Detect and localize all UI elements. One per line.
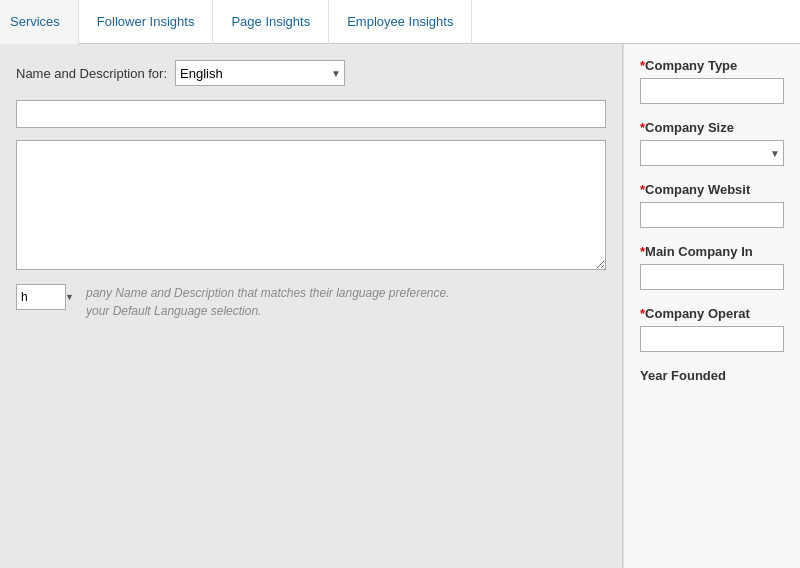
name-desc-label: Name and Description for:	[16, 66, 167, 81]
company-operating-group: *Company Operat	[640, 306, 784, 352]
company-website-input[interactable]	[640, 202, 784, 228]
language-select[interactable]: English French German Spanish Chinese	[175, 60, 345, 86]
main-content: Name and Description for: English French…	[0, 44, 800, 568]
company-website-group: *Company Websit	[640, 182, 784, 228]
company-operating-input[interactable]	[640, 326, 784, 352]
nav-item-employee-insights[interactable]: Employee Insights	[329, 0, 472, 44]
hint-line1: pany Name and Description that matches t…	[86, 284, 450, 302]
name-input[interactable]	[16, 100, 606, 128]
hint-line2: your Default Language selection.	[86, 302, 450, 320]
company-type-input[interactable]	[640, 78, 784, 104]
main-company-label: *Main Company In	[640, 244, 784, 259]
year-founded-label: Year Founded	[640, 368, 784, 383]
name-desc-row: Name and Description for: English French…	[16, 60, 606, 86]
company-size-select-wrapper: 1-10 11-50 51-200 201-500 501-1000 1001-…	[640, 140, 784, 166]
company-size-label: *Company Size	[640, 120, 784, 135]
year-founded-group: Year Founded	[640, 368, 784, 383]
right-panel: *Company Type *Company Size 1-10 11-50 5…	[623, 44, 800, 568]
lang-small-select[interactable]: h en fr	[16, 284, 66, 310]
company-size-select[interactable]: 1-10 11-50 51-200 201-500 501-1000 1001-…	[640, 140, 784, 166]
language-select-wrapper: English French German Spanish Chinese	[175, 60, 345, 86]
main-company-group: *Main Company In	[640, 244, 784, 290]
company-type-label: *Company Type	[640, 58, 784, 73]
company-operating-label: *Company Operat	[640, 306, 784, 321]
bottom-row: h en fr pany Name and Description that m…	[16, 284, 606, 320]
lang-small-wrapper: h en fr	[16, 284, 76, 310]
nav-item-services[interactable]: Services	[0, 0, 79, 44]
hint-text-block: pany Name and Description that matches t…	[86, 284, 450, 320]
nav-item-follower-insights[interactable]: Follower Insights	[79, 0, 214, 44]
main-company-input[interactable]	[640, 264, 784, 290]
company-type-group: *Company Type	[640, 58, 784, 104]
company-website-label: *Company Websit	[640, 182, 784, 197]
nav-item-page-insights[interactable]: Page Insights	[213, 0, 329, 44]
left-panel: Name and Description for: English French…	[0, 44, 623, 568]
company-size-group: *Company Size 1-10 11-50 51-200 201-500 …	[640, 120, 784, 166]
top-nav: Services Follower Insights Page Insights…	[0, 0, 800, 44]
description-textarea[interactable]	[16, 140, 606, 270]
